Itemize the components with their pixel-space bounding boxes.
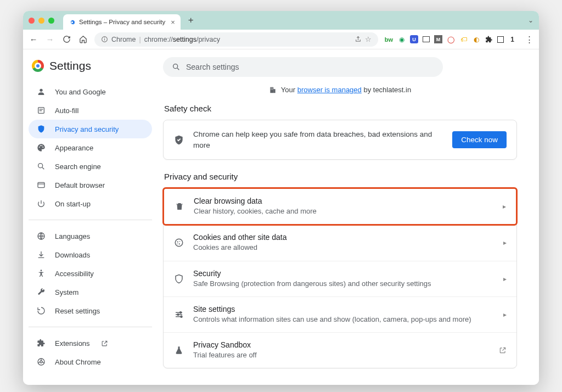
safety-check-heading: Safety check <box>164 104 517 113</box>
site-info-icon[interactable] <box>101 36 108 43</box>
row-privacy-sandbox[interactable]: Privacy Sandbox Trial features are off <box>164 333 516 368</box>
sidebar-item-label: Auto-fill <box>55 107 78 115</box>
sidebar-item-downloads[interactable]: Downloads <box>29 245 152 264</box>
svg-point-7 <box>38 164 43 168</box>
extension-icon[interactable]: ◐ <box>472 35 480 43</box>
sidebar-item-label: System <box>55 288 78 296</box>
svg-point-27 <box>181 316 182 317</box>
sidebar-item-about[interactable]: About Chrome <box>29 352 152 371</box>
svg-rect-17 <box>272 87 273 88</box>
svg-point-21 <box>177 242 178 243</box>
address-bar[interactable]: Chrome | chrome://settings/privacy ☆ <box>94 32 378 47</box>
sidebar-item-extensions[interactable]: Extensions <box>29 334 152 352</box>
new-tab-button[interactable]: + <box>188 15 194 26</box>
toolbar: ← → Chrome | chrome://settings/privacy ☆… <box>23 30 539 49</box>
row-security[interactable]: Security Safe Browsing (protection from … <box>164 261 516 297</box>
sidebar-item-you-and-google[interactable]: You and Google <box>29 82 152 101</box>
trash-icon <box>174 201 185 211</box>
managed-link[interactable]: browser is managed <box>297 86 362 94</box>
search-placeholder: Search settings <box>186 63 239 71</box>
chevron-right-icon: ▸ <box>503 203 506 210</box>
svg-rect-6 <box>40 110 42 111</box>
sidebar-item-default-browser[interactable]: Default browser <box>29 176 152 194</box>
check-now-button[interactable]: Check now <box>452 131 507 148</box>
svg-point-3 <box>40 89 42 92</box>
sidebar-item-accessibility[interactable]: Accessibility <box>29 264 152 283</box>
sidebar-item-search-engine[interactable]: Search engine <box>29 157 152 176</box>
svg-rect-15 <box>273 89 276 93</box>
back-button[interactable]: ← <box>29 35 38 44</box>
sidebar-item-appearance[interactable]: Appearance <box>29 138 152 157</box>
row-clear-browsing-data[interactable]: Clear browsing data Clear history, cooki… <box>164 189 516 224</box>
sidebar-item-label: Appearance <box>55 144 93 152</box>
page-title: Settings <box>49 59 91 72</box>
managed-notice: Your browser is managed by techlatest.in <box>163 86 517 94</box>
highlighted-row: Clear browsing data Clear history, cooki… <box>162 187 518 226</box>
accessibility-icon <box>36 269 46 278</box>
sidebar-item-label: Languages <box>55 232 90 240</box>
sidebar-item-label: Downloads <box>55 251 90 259</box>
share-icon[interactable] <box>355 36 362 43</box>
gear-icon <box>69 19 76 26</box>
forward-button[interactable]: → <box>45 35 55 44</box>
svg-rect-16 <box>271 87 271 88</box>
row-cookies[interactable]: Cookies and other site data Cookies are … <box>164 225 516 261</box>
privacy-list: Clear browsing data Clear history, cooki… <box>163 188 517 368</box>
palette-icon <box>36 143 46 152</box>
external-link-icon <box>499 346 507 354</box>
puzzle-icon <box>36 339 46 348</box>
sidebar-item-system[interactable]: System <box>29 283 152 301</box>
row-site-settings[interactable]: Site settings Controls what information … <box>164 297 516 333</box>
external-link-icon <box>101 340 108 347</box>
svg-point-26 <box>177 313 179 315</box>
svg-rect-1 <box>104 38 105 40</box>
sidebar-item-label: You and Google <box>55 88 106 96</box>
close-window-button[interactable] <box>29 18 35 24</box>
autofill-icon <box>36 106 46 115</box>
divider <box>29 220 152 220</box>
sidebar-item-languages[interactable]: Languages <box>29 227 152 245</box>
extension-icon[interactable] <box>423 36 430 42</box>
row-title: Site settings <box>193 305 494 313</box>
svg-rect-2 <box>104 37 105 38</box>
close-tab-button[interactable]: × <box>171 18 175 26</box>
sidebar-item-privacy-security[interactable]: Privacy and security <box>29 120 152 138</box>
extension-icon[interactable]: U <box>410 35 418 43</box>
chevron-right-icon: ▸ <box>503 275 507 283</box>
row-subtitle: Cookies are allowed <box>193 243 494 253</box>
extension-icon[interactable]: ◯ <box>447 35 455 43</box>
sliders-icon <box>173 310 184 320</box>
extension-icon[interactable]: M <box>434 35 442 43</box>
bookmark-icon[interactable]: ☆ <box>365 35 372 43</box>
row-subtitle: Safe Browsing (protection from dangerous… <box>193 279 494 289</box>
svg-point-24 <box>177 244 178 245</box>
reset-icon <box>36 306 46 315</box>
tabs-dropdown-button[interactable]: ⌄ <box>528 16 533 24</box>
extensions-button[interactable] <box>485 35 493 43</box>
safety-check-card: Chrome can help keep you safe from data … <box>163 120 517 160</box>
maximize-window-button[interactable] <box>48 18 54 24</box>
extension-icon[interactable]: ◉ <box>397 35 406 43</box>
sidebar-item-on-startup[interactable]: On start-up <box>29 194 152 213</box>
window-controls <box>29 18 54 24</box>
extension-icon[interactable]: 1 <box>508 35 516 43</box>
svg-rect-18 <box>271 89 271 89</box>
main: Search settings Your browser is managed … <box>158 49 539 385</box>
sidebar-item-reset[interactable]: Reset settings <box>29 301 152 320</box>
extension-icon[interactable]: 🏷 <box>459 35 468 43</box>
titlebar: Settings – Privacy and security × + ⌄ <box>23 11 539 30</box>
row-title: Cookies and other site data <box>193 233 494 242</box>
svg-rect-5 <box>40 109 43 109</box>
chrome-menu-button[interactable]: ⋮ <box>525 35 533 44</box>
minimize-window-button[interactable] <box>38 18 44 24</box>
extension-icon[interactable] <box>497 36 504 43</box>
browser-tab[interactable]: Settings – Privacy and security × <box>63 14 181 30</box>
home-button[interactable] <box>78 35 88 43</box>
person-icon <box>36 87 46 96</box>
extension-icon[interactable]: bw <box>385 35 393 43</box>
svg-point-12 <box>40 361 42 363</box>
sidebar-item-autofill[interactable]: Auto-fill <box>29 101 152 120</box>
svg-point-23 <box>179 244 180 245</box>
reload-button[interactable] <box>61 35 71 43</box>
search-settings-input[interactable]: Search settings <box>163 57 443 77</box>
